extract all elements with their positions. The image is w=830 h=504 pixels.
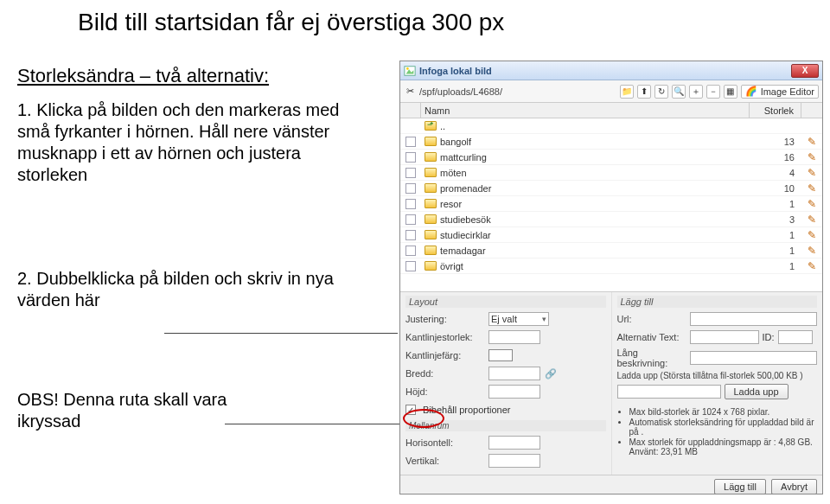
edit-icon[interactable]: ✎ [808,198,816,210]
upload-info-item: Max storlek för uppladdningsmapp är : 4,… [629,437,818,456]
close-button[interactable]: X [791,64,819,78]
kantlinjestorlek-input[interactable] [491,331,538,343]
grid-icon[interactable]: ▦ [724,85,737,99]
cancel-button[interactable]: Avbryt [771,479,817,494]
path-toolbar: ✂ /spf/uploads/L4688/ 📁 ⬆ ↻ 🔍 ＋ － ▦ 🌈 Im… [400,80,822,103]
upload-file-input[interactable] [620,386,718,398]
url-input[interactable] [693,313,815,325]
folder-icon [425,230,437,239]
label-url: Url: [617,314,686,324]
edit-icon[interactable]: ✎ [808,167,816,179]
file-size: 1 [750,261,801,271]
image-editor-button[interactable]: 🌈 Image Editor [741,85,819,99]
edit-icon[interactable]: ✎ [808,229,816,241]
row-checkbox[interactable] [405,199,416,209]
file-size: 3 [750,214,801,225]
label-langbeskr: Lång beskrivning: [617,348,686,368]
folder-icon [425,168,437,177]
file-name: studiecirklar [440,230,491,240]
toolbar-icons: 📁 ⬆ ↻ 🔍 ＋ － ▦ 🌈 Image Editor [620,85,819,99]
add-header: Lägg till [617,296,818,308]
justering-select[interactable]: Ej valt ▾ [488,312,549,326]
row-checkbox[interactable] [405,261,416,271]
file-size: 1 [750,199,801,209]
file-name: resor [440,199,462,209]
row-checkbox[interactable] [405,168,416,178]
file-row[interactable]: studiecirklar 1 ✎ [400,227,822,243]
label-kantlinjestorlek: Kantlinjestorlek: [405,332,485,342]
cut-icon[interactable]: ✂ [404,86,416,98]
file-row[interactable]: övrigt 1 ✎ [400,258,822,274]
file-row[interactable]: möten 4 ✎ [400,165,822,181]
file-list-header: Namn Storlek [400,103,822,118]
highlight-ring [403,409,444,428]
file-row-up[interactable]: .. [400,118,822,134]
file-size: 16 [750,152,801,163]
insert-image-dialog: Infoga lokal bild X ✂ /spf/uploads/L4688… [399,61,823,494]
edit-icon[interactable]: ✎ [808,214,816,226]
upload-info-list: Max bild-storlek är 1024 x 768 pixlar. A… [617,407,818,457]
upload-button[interactable]: Ladda upp [725,384,788,399]
file-row[interactable]: studiebesök 3 ✎ [400,212,822,227]
file-name: mattcurling [440,152,487,163]
refresh-icon[interactable]: ↻ [654,85,668,99]
row-checkbox[interactable] [405,214,416,225]
file-row[interactable]: promenader 10 ✎ [400,181,822,196]
edit-icon[interactable]: ✎ [808,260,816,272]
search-icon[interactable]: 🔍 [672,85,686,99]
file-size: 10 [750,183,801,194]
add-column: Lägg till Url: Alternativ Text: ID: Lång… [611,292,823,475]
folder-icon [425,183,437,193]
file-row[interactable]: temadagar 1 ✎ [400,243,822,258]
image-icon [404,65,416,77]
folder-icon [425,152,437,162]
file-row[interactable]: mattcurling 16 ✎ [400,150,822,165]
folder-icon [425,261,437,271]
vertikal-input[interactable] [491,455,538,467]
folder-up-icon [425,121,437,131]
row-checkbox[interactable] [405,230,416,240]
zoom-out-icon[interactable]: － [706,85,720,99]
file-row[interactable]: resor 1 ✎ [400,196,822,212]
zoom-in-icon[interactable]: ＋ [689,85,703,99]
edit-icon[interactable]: ✎ [808,182,816,195]
new-folder-icon[interactable]: 📁 [620,85,634,99]
label-justering: Justering: [405,314,485,324]
step-1-text: 1. Klicka på bilden och den markeras med… [17,99,346,186]
file-name: temadagar [440,246,486,256]
add-button[interactable]: Lägg till [714,479,766,494]
file-row[interactable]: bangolf 13 ✎ [400,134,822,150]
hojd-input[interactable] [491,386,538,398]
row-checkbox[interactable] [405,183,416,194]
row-checkbox[interactable] [405,137,416,147]
link-icon[interactable]: 🔗 [544,367,558,380]
edit-icon[interactable]: ✎ [808,136,816,148]
edit-icon[interactable]: ✎ [808,151,816,163]
file-list[interactable]: .. bangolf 13 ✎ mattcurling 16 ✎ möten 4… [400,118,822,291]
upload-icon[interactable]: ⬆ [637,85,651,99]
layout-column: Layout Justering: Ej valt ▾ Kantlinjesto… [400,292,611,475]
obs-text: OBS! Denna ruta skall vara ikryssad [17,389,277,432]
alttext-input[interactable] [693,331,757,343]
file-size: 13 [750,137,801,147]
edit-icon[interactable]: ✎ [808,245,816,257]
col-name[interactable]: Namn [421,103,750,118]
horisontell-input[interactable] [491,437,538,449]
row-checkbox[interactable] [405,152,416,163]
col-size[interactable]: Storlek [750,103,801,118]
row-checkbox[interactable] [405,246,416,256]
folder-icon [425,137,437,146]
svg-point-2 [406,67,409,70]
upload-info-item: Max bild-storlek är 1024 x 768 pixlar. [629,407,818,417]
folder-icon [425,246,437,255]
chevron-down-icon: ▾ [542,315,546,323]
file-name: bangolf [440,137,471,147]
step-2-text: 2. Dubbelklicka på bilden och skriv in n… [17,268,346,311]
langbeskr-input[interactable] [693,352,815,364]
id-input[interactable] [781,331,810,343]
label-vertikal: Vertikal: [405,456,485,466]
folder-icon [425,199,437,208]
file-size: 1 [750,230,801,240]
bredd-input[interactable] [491,367,538,380]
border-color-picker[interactable] [488,349,513,361]
